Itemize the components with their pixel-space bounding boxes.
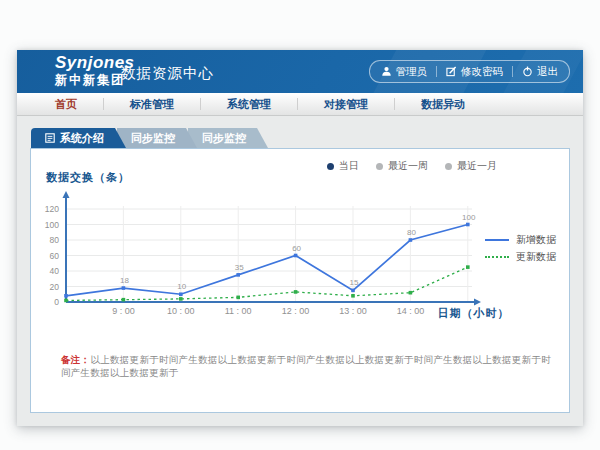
- svg-text:日期（小时）: 日期（小时）: [437, 307, 509, 320]
- page-background: Synjones 新中新集团 数据资源中心 管理员 修改密码 退出: [0, 0, 600, 450]
- legend-label: 更新数据: [516, 250, 556, 264]
- power-icon: [522, 66, 533, 77]
- tab-bar: 系统介绍 同步监控 同步监控: [31, 128, 583, 148]
- time-range-option-last-week[interactable]: 最近一周: [376, 159, 428, 173]
- legend-item-update-data: 更新数据: [485, 248, 556, 265]
- change-password-button[interactable]: 修改密码: [446, 65, 503, 79]
- svg-text:15: 15: [350, 278, 359, 287]
- tab-label: 同步监控: [131, 128, 175, 148]
- divider: [436, 66, 437, 77]
- radio-icon: [445, 163, 452, 170]
- tab-label: 同步监控: [202, 128, 246, 148]
- svg-text:100: 100: [45, 220, 59, 230]
- svg-text:80: 80: [50, 235, 60, 245]
- update-data-line-sample: [485, 256, 509, 258]
- svg-text:20: 20: [50, 282, 60, 292]
- svg-text:9 : 00: 9 : 00: [112, 306, 135, 316]
- nav-item-data-change[interactable]: 数据异动: [395, 93, 491, 115]
- logout-button[interactable]: 退出: [522, 65, 558, 79]
- svg-text:10: 10: [177, 282, 186, 291]
- nav-item-standard-management[interactable]: 标准管理: [104, 93, 200, 115]
- legend-item-new-data: 新增数据: [485, 231, 556, 248]
- radio-icon: [376, 163, 383, 170]
- svg-text:11 : 00: 11 : 00: [225, 306, 252, 316]
- app-window: Synjones 新中新集团 数据资源中心 管理员 修改密码 退出: [17, 50, 583, 426]
- radio-label: 最近一月: [457, 159, 497, 173]
- tab-system-intro[interactable]: 系统介绍: [31, 128, 126, 148]
- nav-item-home[interactable]: 首页: [29, 93, 103, 115]
- radio-label: 当日: [339, 159, 359, 173]
- page-title: 数据资源中心: [121, 64, 214, 83]
- footnote-prefix: 备注：: [61, 354, 90, 365]
- new-data-line-sample: [485, 239, 509, 241]
- radio-selected-icon: [327, 163, 334, 170]
- user-icon: [381, 66, 392, 77]
- footnote: 备注：以上数据更新于时间产生数据以上数据更新于时间产生数据以上数据更新于时间产生…: [61, 353, 551, 379]
- time-range-option-last-month[interactable]: 最近一月: [445, 159, 497, 173]
- svg-text:35: 35: [235, 263, 244, 272]
- svg-text:13 : 00: 13 : 00: [339, 306, 367, 316]
- current-user-label: 管理员: [396, 65, 428, 79]
- svg-text:10 : 00: 10 : 00: [167, 306, 195, 316]
- nav-item-interface-management[interactable]: 对接管理: [298, 93, 394, 115]
- edit-icon: [446, 66, 457, 77]
- chart-panel: 当日 最近一周 最近一月 数据交换（条） 0204060801001209 : …: [30, 148, 570, 413]
- document-icon: [45, 133, 55, 143]
- footnote-text: 以上数据更新于时间产生数据以上数据更新于时间产生数据以上数据更新于时间产生数据以…: [61, 354, 551, 378]
- nav-item-system-management[interactable]: 系统管理: [201, 93, 297, 115]
- content-area: 系统介绍 同步监控 同步监控 当日 最近一周: [17, 116, 583, 438]
- svg-text:100: 100: [462, 213, 476, 222]
- svg-text:12 : 00: 12 : 00: [282, 306, 310, 316]
- change-password-label: 修改密码: [461, 65, 503, 79]
- svg-text:0: 0: [54, 297, 59, 307]
- main-nav: 首页 标准管理 系统管理 对接管理 数据异动: [17, 93, 583, 116]
- chart-legend: 新增数据 更新数据: [485, 231, 556, 265]
- svg-text:60: 60: [50, 251, 60, 261]
- time-range-option-today[interactable]: 当日: [327, 159, 359, 173]
- svg-text:60: 60: [292, 244, 301, 253]
- radio-label: 最近一周: [388, 159, 428, 173]
- tab-sync-monitor-1[interactable]: 同步监控: [117, 128, 197, 148]
- logout-label: 退出: [537, 65, 558, 79]
- time-range-filter: 当日 最近一周 最近一月: [327, 159, 497, 173]
- legend-label: 新增数据: [516, 233, 556, 247]
- app-header: Synjones 新中新集团 数据资源中心 管理员 修改密码 退出: [17, 50, 583, 93]
- current-user-button[interactable]: 管理员: [381, 65, 428, 79]
- tab-label: 系统介绍: [60, 128, 104, 148]
- svg-text:120: 120: [45, 204, 59, 214]
- svg-text:18: 18: [120, 276, 129, 285]
- user-menu: 管理员 修改密码 退出: [369, 60, 571, 83]
- svg-text:40: 40: [50, 266, 60, 276]
- svg-text:14 : 00: 14 : 00: [397, 306, 425, 316]
- svg-text:80: 80: [407, 228, 416, 237]
- tab-sync-monitor-2[interactable]: 同步监控: [188, 128, 268, 148]
- y-axis-title: 数据交换（条）: [46, 170, 130, 185]
- divider: [512, 66, 513, 77]
